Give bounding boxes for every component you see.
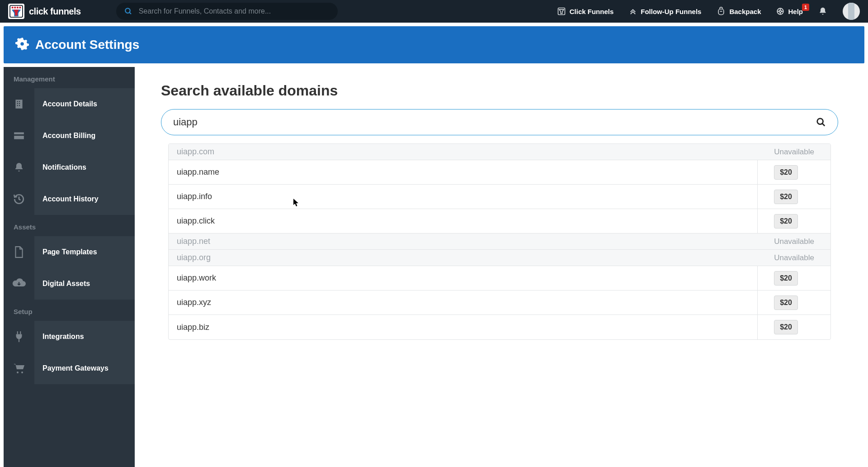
sidebar-item-account-billing[interactable]: Account Billing	[4, 120, 135, 152]
sidebar-group-title: Setup	[4, 300, 135, 321]
availability-status: Unavailable	[774, 148, 814, 157]
nav-backpack[interactable]: Backpack	[717, 7, 761, 16]
global-search[interactable]	[116, 3, 338, 20]
main-content: Search available domains uiapp.comUnavai…	[135, 67, 864, 467]
building-icon	[4, 88, 34, 120]
search-icon[interactable]	[816, 117, 826, 127]
domain-name: uiapp.xyz	[177, 298, 211, 307]
domain-name: uiapp.info	[177, 192, 212, 201]
backpack-icon	[717, 7, 726, 16]
nav-label: Backpack	[729, 8, 761, 15]
domain-result-row: uiapp.comUnavailable	[169, 144, 830, 160]
svg-point-12	[779, 10, 782, 13]
avatar[interactable]	[843, 3, 860, 20]
global-search-input[interactable]	[139, 7, 330, 15]
arrows-up-icon	[629, 7, 637, 15]
buy-domain-button[interactable]: $20	[774, 271, 798, 286]
svg-rect-19	[17, 101, 18, 102]
notifications-bell[interactable]	[818, 6, 827, 16]
page-header: Account Settings	[4, 26, 864, 63]
gears-icon	[15, 37, 29, 52]
nav-label: Help	[788, 8, 803, 15]
svg-rect-27	[17, 331, 18, 334]
domain-result-row: uiapp.click$20	[169, 209, 830, 234]
help-badge: 1	[802, 4, 809, 11]
domain-name: uiapp.org	[177, 253, 211, 262]
sidebar-item-integrations[interactable]: Integrations	[4, 321, 135, 353]
svg-rect-20	[19, 101, 20, 102]
svg-rect-21	[17, 103, 18, 104]
domain-result-row: uiapp.xyz$20	[169, 291, 830, 315]
sidebar-item-label: Page Templates	[34, 236, 135, 268]
svg-rect-1	[12, 7, 14, 9]
domain-result-row: uiapp.info$20	[169, 185, 830, 209]
domain-name: uiapp.biz	[177, 323, 209, 332]
buy-domain-button[interactable]: $20	[774, 295, 798, 310]
sidebar-item-label: Digital Assets	[34, 268, 135, 300]
page-title: Account Settings	[35, 38, 139, 52]
buy-domain-button[interactable]: $20	[774, 214, 798, 229]
sidebar-item-account-history[interactable]: Account History	[4, 183, 135, 215]
plug-icon	[4, 321, 34, 353]
sidebar-group-title: Assets	[4, 215, 135, 236]
svg-rect-22	[19, 103, 20, 104]
sidebar-item-page-templates[interactable]: Page Templates	[4, 236, 135, 268]
logo-text: click funnels	[29, 6, 81, 17]
search-icon	[124, 7, 132, 15]
sidebar-item-label: Account History	[34, 183, 135, 215]
svg-point-17	[20, 42, 24, 46]
availability-status: Unavailable	[774, 253, 814, 262]
nav-label: Click Funnels	[570, 8, 614, 15]
svg-rect-25	[14, 132, 24, 134]
page-icon	[4, 236, 34, 268]
sidebar-group-title: Management	[4, 67, 135, 88]
logo-mark-icon	[8, 4, 24, 19]
app-logo[interactable]: click funnels	[8, 4, 81, 19]
sidebar-item-label: Integrations	[34, 321, 135, 353]
buy-domain-button[interactable]: $20	[774, 320, 798, 334]
top-nav: Click Funnels Follow-Up Funnels Backpack…	[557, 3, 860, 20]
svg-rect-4	[19, 7, 21, 9]
sidebar: ManagementAccount DetailsAccount Billing…	[4, 67, 135, 467]
svg-point-32	[817, 119, 823, 124]
buy-domain-button[interactable]: $20	[774, 165, 798, 180]
sidebar-item-payment-gateways[interactable]: Payment Gateways	[4, 353, 135, 384]
help-icon	[776, 7, 784, 15]
top-bar: click funnels Click Funnels Follow-Up Fu…	[0, 0, 868, 23]
avatar-placeholder-icon	[848, 3, 854, 20]
domain-result-row: uiapp.work$20	[169, 266, 830, 291]
svg-rect-2	[14, 7, 16, 9]
funnel-icon	[557, 7, 566, 16]
availability-status: Unavailable	[774, 237, 814, 246]
bell-icon	[4, 152, 34, 183]
svg-rect-29	[19, 338, 19, 342]
domain-name: uiapp.name	[177, 167, 219, 177]
sidebar-item-account-details[interactable]: Account Details	[4, 88, 135, 120]
domain-search-input[interactable]	[173, 116, 816, 128]
nav-help[interactable]: Help 1	[776, 7, 803, 15]
svg-rect-28	[20, 331, 21, 334]
nav-label: Follow-Up Funnels	[641, 8, 701, 15]
svg-point-7	[125, 8, 130, 13]
svg-rect-10	[719, 9, 724, 15]
domain-name: uiapp.com	[177, 147, 214, 157]
svg-point-30	[17, 372, 19, 373]
nav-click-funnels[interactable]: Click Funnels	[557, 7, 614, 16]
domain-result-row: uiapp.orgUnavailable	[169, 250, 830, 266]
svg-rect-26	[14, 136, 24, 139]
domain-name: uiapp.click	[177, 216, 215, 226]
domain-search[interactable]	[161, 109, 838, 135]
sidebar-item-label: Account Billing	[34, 120, 135, 152]
domain-name: uiapp.work	[177, 273, 216, 283]
buy-domain-button[interactable]: $20	[774, 190, 798, 204]
nav-follow-up-funnels[interactable]: Follow-Up Funnels	[629, 7, 701, 15]
sidebar-item-digital-assets[interactable]: Digital Assets	[4, 268, 135, 300]
svg-rect-23	[17, 105, 18, 106]
svg-point-31	[21, 372, 23, 373]
bell-icon	[818, 6, 827, 16]
sidebar-item-notifications[interactable]: Notifications	[4, 152, 135, 183]
history-icon	[4, 183, 34, 215]
sidebar-item-label: Notifications	[34, 152, 135, 183]
domain-result-row: uiapp.name$20	[169, 160, 830, 185]
sidebar-item-label: Account Details	[34, 88, 135, 120]
